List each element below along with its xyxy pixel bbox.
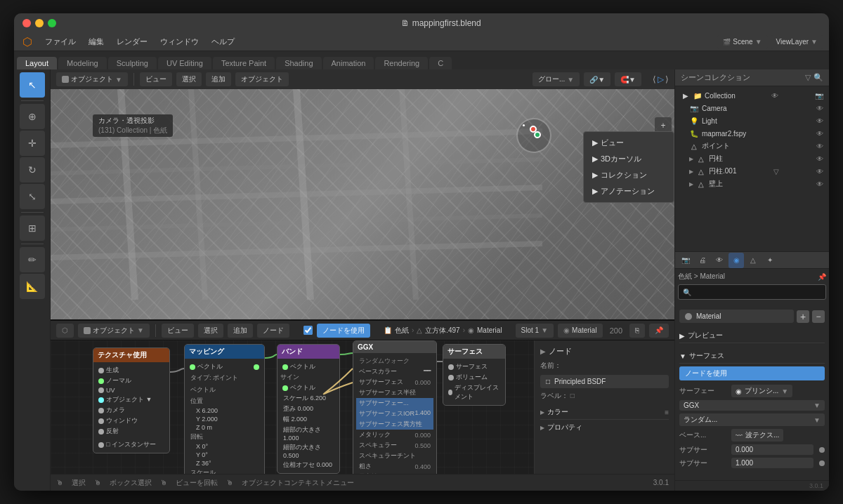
prop-icon-material[interactable]: ◉ <box>728 253 744 268</box>
close-button[interactable] <box>22 19 31 27</box>
prop-icon-object[interactable]: △ <box>745 253 761 268</box>
tab-texture-paint[interactable]: Texture Paint <box>213 57 275 69</box>
collection-icon: ▶ <box>681 91 691 100</box>
node-node[interactable]: ノード <box>257 324 289 338</box>
prop-search-input[interactable] <box>678 284 826 300</box>
tool-transform[interactable]: ⊞ <box>20 215 45 241</box>
color-collapse[interactable]: ▶ カラー ≡ <box>540 405 669 420</box>
tool-cursor[interactable]: ⊕ <box>20 104 45 129</box>
material-slot[interactable]: Material <box>679 310 794 323</box>
prop-icon-output[interactable]: 🖨 <box>695 253 710 268</box>
view-layer-selector[interactable]: ViewLayer ▼ <box>771 35 823 49</box>
vp-object-mode[interactable]: オブジェクト ▼ <box>56 72 128 86</box>
eye-icon: 👁 <box>816 155 823 163</box>
viewport-gizmo[interactable] <box>513 114 555 157</box>
tab-layout[interactable]: Layout <box>17 57 57 69</box>
node-texture[interactable]: テクスチャ使用 生成 ノーマル <box>93 347 170 453</box>
base-tex-dropdown[interactable]: 〰 波テクス... <box>731 429 783 442</box>
outliner-item-collection[interactable]: ▶ 📁 Collection 👁 📷 <box>675 89 829 102</box>
node-editor-type[interactable]: ⬡ <box>56 324 74 338</box>
tool-rotate[interactable]: ↻ <box>20 157 45 183</box>
outliner-item-cylinder[interactable]: ▶ △ 円柱 👁 <box>684 152 829 165</box>
vp-select[interactable]: 選択 <box>176 72 202 86</box>
node-pin[interactable]: 📌 <box>649 324 669 338</box>
tab-shading[interactable]: Shading <box>276 57 321 69</box>
menu-help[interactable]: ヘルプ <box>206 35 240 48</box>
node-principled[interactable]: GGX ランダムウォーク ベースカラー ━━ サブサーフェス 0.000 サブサ… <box>353 340 437 474</box>
menu-window[interactable]: ウィンドウ <box>155 35 204 48</box>
tab-uv-editing[interactable]: UV Editing <box>158 57 211 69</box>
node-mat-selector[interactable]: ◉ Material <box>558 324 603 338</box>
vp-glow[interactable]: グロー...▼ <box>532 72 580 86</box>
outliner-item-fspy[interactable]: 🐛 mapmar2.fspy 👁 <box>684 127 829 140</box>
vp-snap[interactable]: 🧲▼ <box>615 72 641 86</box>
prop-pin[interactable]: 📌 <box>818 273 826 281</box>
viewport-background[interactable]: カメラ・透視投影 (131) Collection | 色紙 <box>51 89 674 319</box>
node-row: ボリューム <box>446 372 502 383</box>
node-surface-output[interactable]: サーフェス サーフェス ボリューム <box>443 344 506 406</box>
vp-object[interactable]: オブジェクト <box>235 72 289 86</box>
tool-measure[interactable]: 📐 <box>20 274 45 299</box>
prop-icon-render[interactable]: 📷 <box>678 253 693 268</box>
node-view[interactable]: ビュー <box>162 324 194 338</box>
maximize-button[interactable] <box>48 19 56 27</box>
outliner-item-light[interactable]: 💡 Light 👁 <box>684 114 829 127</box>
tab-extra[interactable]: C <box>429 57 452 69</box>
ctx-view[interactable]: ▶ ビュー <box>584 135 674 151</box>
outliner-item-camera[interactable]: 📷 Camera 👁 <box>684 102 829 114</box>
tool-select[interactable]: ↖ <box>20 72 45 98</box>
ctx-annotation[interactable]: ▶ アノテーション <box>584 183 674 199</box>
node-select[interactable]: 選択 <box>198 324 223 338</box>
vp-prop[interactable]: 🔗▼ <box>584 72 610 86</box>
tab-animation[interactable]: Animation <box>323 57 374 69</box>
preview-header[interactable]: ▶ プレビュー <box>679 329 825 343</box>
node-use-btn[interactable]: ノードを使用 <box>679 366 825 380</box>
scene-selector[interactable]: 🎬 Scene ▼ <box>717 35 767 49</box>
outliner-item-cylinder001[interactable]: ▶ △ 円柱.001 ▽ 👁 <box>684 165 829 178</box>
menu-file[interactable]: ファイル <box>39 35 81 48</box>
app-logo[interactable]: ⬡ <box>17 34 38 50</box>
node-mapping[interactable]: マッピング ベクトル タイプ: ポイント ベクトル 位置 X 6.200 <box>184 344 265 474</box>
main-window: 🗎 mappingfirst.blend ⬡ ファイル 編集 レンダー ウィンド… <box>14 13 829 491</box>
node-copy[interactable]: ⎘ <box>629 324 645 338</box>
tab-rendering[interactable]: Rendering <box>375 57 428 69</box>
menu-render[interactable]: レンダー <box>111 35 153 48</box>
node-band[interactable]: バンド ベクトル サイン ベクトル <box>277 344 340 474</box>
ggx-dropdown[interactable]: GGX ▼ <box>679 400 825 411</box>
node-name-box[interactable]: □ Principled BSDF <box>540 375 669 388</box>
node-add[interactable]: 追加 <box>228 324 253 338</box>
material-add[interactable]: + <box>797 310 809 323</box>
random-dropdown[interactable]: ランダム... ▼ <box>679 413 825 426</box>
outliner-item-point[interactable]: △ ポイント 👁 <box>684 140 829 152</box>
properties-collapse[interactable]: ▶ プロパティ <box>540 423 669 432</box>
vp-view[interactable]: ビュー <box>140 72 172 86</box>
outliner-search[interactable]: 🔍 <box>813 73 823 82</box>
node-object-mode[interactable]: オブジェクト ▼ <box>78 324 150 338</box>
ctx-3dcursor[interactable]: ▶ 3Dカーソル <box>584 151 674 167</box>
tool-separator-2 <box>21 212 44 213</box>
menu-edit[interactable]: 編集 <box>83 35 110 48</box>
material-remove[interactable]: − <box>812 310 825 323</box>
slot-selector[interactable]: Slot 1 ▼ <box>516 324 554 338</box>
minimize-button[interactable] <box>35 19 44 27</box>
context-menu[interactable]: ▶ ビュー ▶ 3Dカーソル ▶ コレクション ▶ <box>583 131 674 203</box>
use-nodes-checkbox[interactable] <box>303 326 313 335</box>
outliner-item-wall[interactable]: ▶ △ 壁上 👁 <box>684 178 829 190</box>
vp-add[interactable]: 追加 <box>206 72 231 86</box>
viewport-3d[interactable]: オブジェクト ▼ ビュー 選択 追加 オブジェクト グロー...▼ 🔗▼ 🧲▼ <box>51 69 674 319</box>
subsurface2-value[interactable]: 1.000 <box>731 458 813 468</box>
tool-annotate[interactable]: ✏ <box>20 247 45 272</box>
use-nodes-btn[interactable]: ノードを使用 <box>317 324 370 338</box>
prop-icon-particles[interactable]: ✦ <box>762 253 778 268</box>
surface-header[interactable]: ▼ サーフェス <box>679 349 825 364</box>
subsurface1-value[interactable]: 0.000 <box>731 444 813 455</box>
surface-dropdown[interactable]: ◉ プリンシ... ▼ <box>731 385 792 397</box>
tool-scale[interactable]: ⤡ <box>20 184 45 209</box>
tab-modeling[interactable]: Modeling <box>58 57 107 69</box>
tool-move[interactable]: ✛ <box>20 131 45 156</box>
tab-sculpting[interactable]: Sculpting <box>108 57 157 69</box>
ctx-collection[interactable]: ▶ コレクション <box>584 167 674 183</box>
prop-icon-view[interactable]: 👁 <box>712 253 727 268</box>
node-principled-body: ランダムウォーク ベースカラー ━━ サブサーフェス 0.000 サブサーフェス… <box>353 353 436 474</box>
outliner-filter[interactable]: ▽ <box>805 73 811 82</box>
